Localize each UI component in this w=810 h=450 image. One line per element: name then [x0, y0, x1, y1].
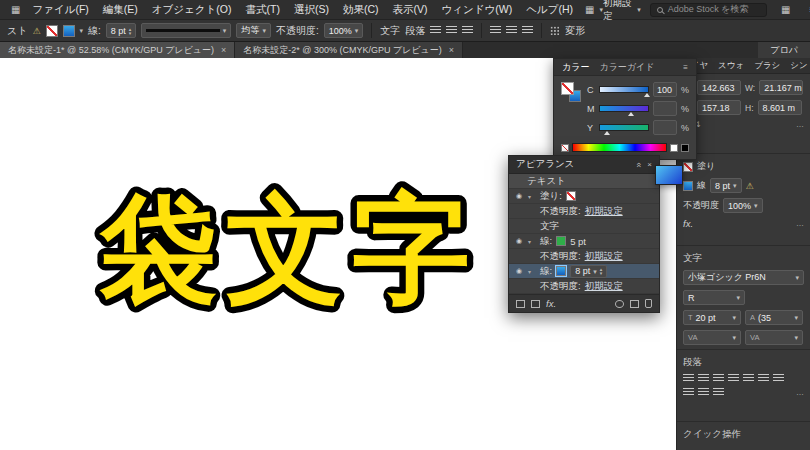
opacity-field[interactable]: 100% ▾ [324, 23, 364, 38]
close-icon[interactable]: × [449, 45, 454, 55]
fx-button[interactable]: fx. [683, 218, 693, 229]
appearance-row-stroke-5pt[interactable]: ◉ ▾ 線: 5 pt [509, 234, 659, 249]
new-effect-button[interactable]: fx. [546, 298, 556, 309]
character-panel-link[interactable]: 文字 [380, 24, 400, 38]
opacity-default-link[interactable]: 初期設定 [585, 280, 623, 293]
panel-menu-icon[interactable]: ≡ [804, 4, 810, 15]
stroke-style-select[interactable]: ▾ [141, 23, 231, 38]
fill-stroke-indicator[interactable] [561, 82, 581, 102]
cyan-slider[interactable] [599, 86, 649, 93]
fill-swatch[interactable] [683, 162, 693, 172]
transform-link[interactable]: 変形 [565, 24, 585, 38]
x-position-field[interactable]: 142.663 [697, 80, 741, 95]
justify-left-icon[interactable] [490, 26, 501, 35]
duplicate-item-icon[interactable] [630, 300, 639, 308]
menu-item[interactable]: 選択(S) [287, 0, 336, 19]
reference-point-icon[interactable] [550, 26, 560, 36]
color-spectrum[interactable] [572, 143, 667, 152]
cyan-value-field[interactable]: 100 [653, 82, 677, 97]
stroke-color-swatch[interactable] [63, 25, 75, 37]
panel-tab[interactable]: スウォ [713, 60, 749, 72]
panel-menu-icon[interactable]: ≡ [683, 63, 688, 72]
leading-field[interactable]: A (35 ▾ [745, 310, 803, 325]
expand-chevron-icon[interactable]: ▾ [528, 193, 536, 200]
close-icon[interactable]: × [647, 160, 652, 169]
tab-color-guide[interactable]: カラーガイド [599, 61, 654, 74]
visibility-eye-icon[interactable]: ◉ [514, 267, 524, 275]
width-field[interactable]: 21.167 m [759, 80, 803, 95]
stroke-width-field[interactable]: 8 pt ▴▾ [106, 23, 137, 38]
visibility-eye-icon[interactable]: ◉ [514, 192, 524, 200]
magenta-slider[interactable] [599, 105, 649, 112]
arrange-documents-icon[interactable]: ▦ [580, 4, 599, 15]
stroke-blue-swatch[interactable] [556, 266, 566, 276]
stroke-width-field[interactable]: 8 pt ▾ [710, 178, 742, 193]
appearance-row-stroke-8pt[interactable]: ◉ ▾ 線: 8 pt ▾ ▴▾ [509, 264, 659, 279]
yellow-slider[interactable] [599, 124, 649, 131]
paragraph-panel-link[interactable]: 段落 [405, 24, 425, 38]
indent-first-line-icon[interactable] [713, 388, 724, 397]
stroke-width-stepper[interactable]: 8 pt ▾ ▴▾ [570, 265, 607, 278]
appearance-row-text[interactable]: テキスト [509, 174, 659, 189]
headline-text[interactable]: 袋文字 [99, 180, 478, 318]
close-icon[interactable]: × [221, 45, 226, 55]
delete-item-icon[interactable] [645, 299, 652, 308]
fill-proxy-swatch[interactable] [561, 82, 574, 95]
font-size-field[interactable]: T 20 pt ▾ [683, 310, 741, 325]
align-left-icon[interactable] [430, 26, 441, 35]
align-left-icon[interactable] [683, 374, 694, 383]
black-swatch[interactable] [681, 144, 689, 152]
menu-item[interactable]: 書式(T) [239, 0, 287, 19]
menu-item[interactable]: オブジェクト(O) [145, 0, 239, 19]
justify-right-icon[interactable] [522, 26, 533, 35]
font-style-select[interactable]: R ▾ [683, 290, 745, 305]
appearance-row-characters[interactable]: 文字 [509, 219, 659, 234]
menu-item[interactable]: ファイル(F) [25, 0, 95, 19]
menu-item[interactable]: ウィンドウ(W) [435, 0, 520, 19]
justify-right-icon[interactable] [758, 374, 769, 383]
stroke-green-swatch[interactable] [556, 236, 566, 246]
collapse-icon[interactable]: « [634, 162, 644, 167]
justify-center-icon[interactable] [506, 26, 517, 35]
appearance-more-icon[interactable]: … [796, 219, 804, 228]
fill-none-swatch[interactable] [566, 191, 576, 201]
appearance-row-stroke8-opacity[interactable]: 不透明度: 初期設定 [509, 279, 659, 294]
align-right-icon[interactable] [462, 26, 473, 35]
white-swatch[interactable] [670, 144, 678, 152]
menu-item[interactable]: 表示(V) [386, 0, 435, 19]
current-color-swatch[interactable] [655, 165, 683, 185]
magenta-value-field[interactable] [653, 101, 677, 116]
app-grid-icon[interactable]: ▦ [6, 4, 25, 15]
appearance-row-fill[interactable]: ◉ ▾ 塗り: [509, 189, 659, 204]
y-position-field[interactable]: 157.18 [697, 100, 741, 115]
tab-properties[interactable]: プロパ [758, 42, 810, 58]
opacity-default-link[interactable]: 初期設定 [585, 205, 623, 218]
workspace-grid-icon[interactable]: ▦ [776, 4, 795, 15]
kerning-field[interactable]: VA ▾ [683, 330, 741, 345]
fill-color-swatch[interactable] [46, 25, 58, 37]
stroke-swatch[interactable] [683, 181, 693, 191]
workspace-switcher[interactable]: 初期設定 ▾ [603, 0, 641, 23]
align-center-icon[interactable] [698, 374, 709, 383]
justify-left-icon[interactable] [728, 374, 739, 383]
panel-tab[interactable]: シン [785, 60, 810, 72]
new-fill-icon[interactable] [531, 300, 540, 308]
height-field[interactable]: 8.601 m [758, 100, 802, 115]
expand-chevron-icon[interactable]: ▾ [528, 238, 536, 245]
tab-color[interactable]: カラー [562, 61, 589, 74]
expand-chevron-icon[interactable]: ▾ [528, 268, 536, 275]
new-stroke-icon[interactable] [516, 300, 525, 308]
font-family-select[interactable]: 小塚ゴシック Pr6N ▾ [683, 270, 804, 285]
opacity-field[interactable]: 100% ▾ [723, 198, 763, 213]
menu-item[interactable]: 効果(C) [336, 0, 386, 19]
menu-item[interactable]: 編集(E) [96, 0, 145, 19]
appearance-row-fill-opacity[interactable]: 不透明度: 初期設定 [509, 204, 659, 219]
indent-right-icon[interactable] [698, 388, 709, 397]
more-options-icon[interactable]: … [796, 120, 804, 129]
clear-appearance-icon[interactable] [615, 300, 624, 308]
panel-tab[interactable]: ブラシ [749, 60, 785, 72]
opacity-default-link[interactable]: 初期設定 [585, 250, 623, 263]
document-tab-1[interactable]: 名称未設定-1* @ 52.58% (CMYK/GPU プレビュー) × [0, 42, 235, 58]
none-swatch[interactable] [561, 144, 569, 152]
paragraph-more-icon[interactable]: … [796, 388, 804, 397]
